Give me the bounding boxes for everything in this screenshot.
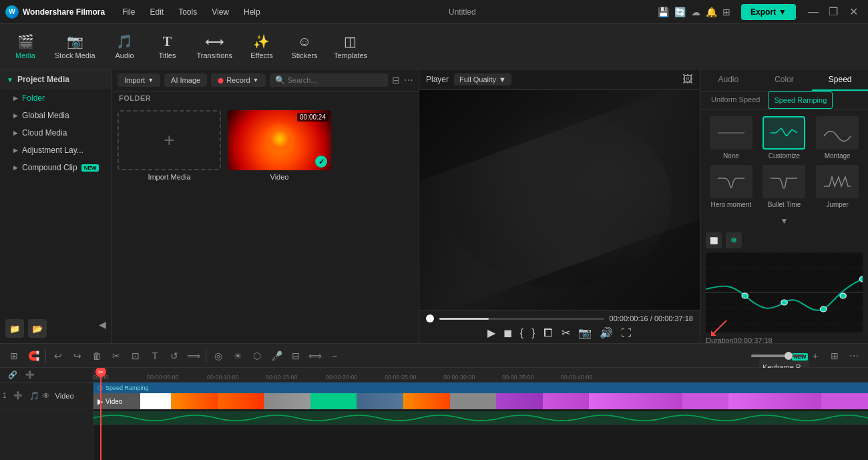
mic-button[interactable]: 🎤 [268,347,285,365]
crop-button[interactable]: ⊡ [127,347,144,365]
sidebar-item-adjustment[interactable]: ▶ Adjustment Lay... [0,142,112,159]
sun-button[interactable]: ☀ [229,347,246,365]
export-button[interactable]: Export ▼ [741,4,796,20]
menu-view[interactable]: View [205,5,236,19]
customize-preview-svg [769,123,799,143]
menu-file[interactable]: File [116,5,142,19]
menu-tools[interactable]: Tools [172,5,204,19]
stop-button[interactable]: ◼ [503,326,512,339]
ai-image-button[interactable]: AI Image [164,73,207,87]
toolbar-effects[interactable]: ✨ Effects [242,29,282,63]
toolbar-stickers[interactable]: ☺ Stickers [284,30,324,63]
add-track-button[interactable]: ➕ [21,368,39,384]
sidebar-item-global[interactable]: ▶ Global Media [0,107,112,124]
new-folder-button[interactable]: 📁 [5,319,24,338]
delete-button[interactable]: 🗑 [88,347,105,365]
progress-dot[interactable] [426,314,434,322]
tab-uniform-speed[interactable]: Uniform Speed [706,91,765,109]
out-point-button[interactable]: } [531,327,535,339]
jumper-label: Jumper [826,201,848,208]
close-button[interactable]: ✕ [844,3,863,21]
video-clip[interactable]: ▶ Video [93,393,868,409]
smooth-button[interactable]: ❄ [726,232,742,248]
cut-button[interactable]: ✂ [107,347,125,365]
sidebar-item-compound[interactable]: ▶ Compound Clip NEW [0,159,112,176]
zoom-track[interactable] [751,355,805,357]
minus-button[interactable]: − [326,347,343,365]
notification-icon[interactable]: 🔔 [706,7,717,17]
fullscreen-button[interactable]: ⛶ [621,327,632,339]
import-label: Import [124,76,145,84]
restore-icon[interactable]: 🔄 [674,7,686,17]
toolbar-media[interactable]: 🎬 Media [5,29,45,63]
filter-icon[interactable]: ⊟ [392,75,400,85]
toolbar-audio[interactable]: 🎵 Audio [105,29,145,63]
toolbar-templates[interactable]: ◫ Templates [327,29,374,63]
progress-track[interactable] [439,318,604,320]
menu-help[interactable]: Help [237,5,267,19]
save-cloud-icon[interactable]: 💾 [658,7,669,17]
speed-button[interactable]: ⟺ [306,347,324,365]
video-media-item[interactable]: 00:00:24 ✓ Video [228,110,331,181]
toolbar-stock-media[interactable]: 📷 Stock Media [48,29,102,63]
link-button[interactable]: 🔗 [4,368,21,384]
tab-speed[interactable]: Speed [812,69,868,91]
import-button[interactable]: Import ▼ [118,73,160,87]
import-media-item[interactable]: + Import Media [118,110,221,181]
speed-preset-hero[interactable]: Hero moment [707,165,755,208]
tab-audio[interactable]: Audio [700,69,756,91]
maximize-button[interactable]: ❐ [824,3,843,21]
import-media-label: Import Media [118,173,221,181]
upload-icon[interactable]: ☁ [691,7,700,17]
snap-button[interactable]: ⊞ [5,347,23,365]
sidebar-collapse-icon[interactable]: ▼ [7,76,13,83]
trim-button[interactable]: ✂ [562,326,570,339]
grid-icon[interactable]: ⊞ [722,7,730,17]
undo-button[interactable]: ↩ [49,347,67,365]
freeze-button[interactable]: ⬜ [706,232,722,248]
preview-settings-icon[interactable]: 🖼 [682,73,693,85]
more-tools-button[interactable]: ⟹ [185,347,202,365]
main-toolbar: 🎬 Media 📷 Stock Media 🎵 Audio T Titles ⟷… [0,24,868,69]
sidebar-collapse-arrow-icon[interactable]: ◀ [99,319,106,338]
more-icon[interactable]: ⋯ [404,75,413,85]
record-button[interactable]: ⬤ Record ▼ [211,73,265,87]
speed-preset-bullet[interactable]: Bullet Time [761,165,809,208]
graph-controls: ⬜ ❄ [706,232,863,248]
toolbar-titles[interactable]: T Titles [148,30,188,63]
speed-preset-jumper[interactable]: Jumper [813,165,861,208]
tab-color[interactable]: Color [756,69,813,91]
track-eye-icon[interactable]: 👁 [42,391,50,401]
playhead[interactable]: ✂ [100,368,101,460]
track-music-icon[interactable]: 🎵 [29,391,39,401]
quality-select[interactable]: Full Quality ▼ [454,73,511,85]
sidebar-item-folder[interactable]: ▶ Folder [0,89,112,107]
speed-preset-customize[interactable]: Customize [761,116,809,160]
more-presets-indicator[interactable]: ▼ [700,215,868,227]
minimize-button[interactable]: — [804,3,823,21]
magnet-button[interactable]: 🧲 [25,347,42,365]
motion-button[interactable]: ◎ [210,347,227,365]
shield-button[interactable]: ⬡ [248,347,266,365]
play-button[interactable]: ▶ [487,326,495,339]
in-point-button[interactable]: { [520,327,523,339]
camera-button[interactable]: 📷 [578,326,592,339]
jumper-preview-svg [823,172,852,192]
redo-button[interactable]: ↪ [69,347,86,365]
audio-button[interactable]: 🔊 [600,326,613,339]
zoom-thumb[interactable] [785,352,793,360]
menu-edit[interactable]: Edit [143,5,170,19]
text-button[interactable]: T [146,347,164,365]
track-add-button[interactable]: ➕ [9,387,27,405]
search-input[interactable] [288,76,383,84]
marker-button[interactable]: ⧠ [543,327,554,339]
sidebar-item-cloud[interactable]: ▶ Cloud Media [0,124,112,142]
toolbar-transitions[interactable]: ⟷ Transitions [190,29,239,63]
rotate-button[interactable]: ↺ [166,347,183,365]
speed-preset-none[interactable]: None [707,116,755,160]
tab-speed-ramping[interactable]: Speed Ramping [768,91,833,109]
speed-preset-montage[interactable]: Montage [813,116,861,160]
add-folder-button[interactable]: 📂 [28,319,47,338]
audio-mix-button[interactable]: ⊟ [287,347,304,365]
timeline-left-header: 🔗 ➕ [0,368,93,383]
